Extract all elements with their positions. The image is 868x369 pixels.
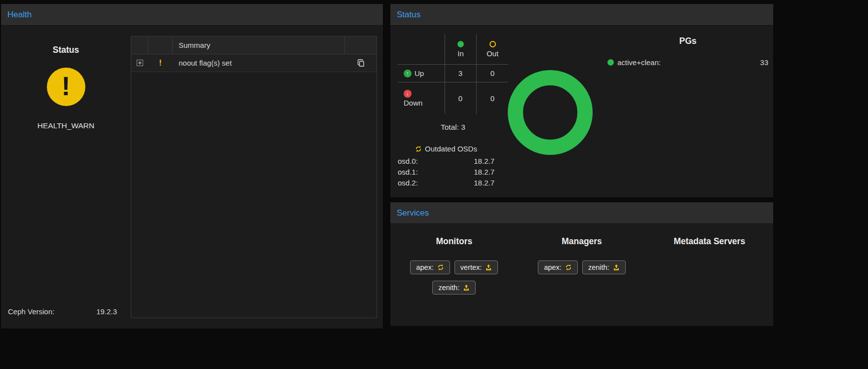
outdated-osds-section: Outdated OSDs osd.0: 18.2.7 osd.1: 18.2.… [398,145,494,188]
outdated-osd-row: osd.2: 18.2.7 [398,178,494,188]
monitor-apex-button[interactable]: apex: [410,260,450,274]
row-expand-cell[interactable] [131,54,148,72]
monitors-button-row: zenith: [432,281,476,295]
ceph-version-label: Ceph Version: [8,307,54,316]
osd-version: 18.2.7 [474,167,494,178]
outdated-osds-rows: osd.0: 18.2.7 osd.1: 18.2.7 osd.2: 18.2.… [398,156,494,188]
metadata-servers-heading: Metadata Servers [645,236,773,247]
services-panel: Services Monitors apex: [390,202,774,327]
health-panel: Health Status HEALTH_WARN Ceph Version: … [0,3,383,329]
osd-down-in-value: 0 [445,82,477,114]
managers-heading: Managers [518,236,646,247]
services-column-managers: Managers apex: [518,224,646,326]
osd-grid-up-header: ↑ Up [398,65,445,82]
managers-buttons: apex: zenith: [518,260,646,274]
services-column-monitors: Monitors apex: [390,224,518,326]
osd-version: 18.2.7 [474,156,494,167]
down-arrow-icon: ↓ [404,90,412,98]
services-panel-title: Services [390,202,773,224]
outdated-osd-row: osd.1: 18.2.7 [398,167,494,178]
services-panel-body: Monitors apex: [390,224,773,326]
pgs-title: PGs [607,36,768,46]
upload-icon [463,284,470,291]
osd-name: osd.2: [398,178,418,188]
health-panel-body: Status HEALTH_WARN Ceph Version: 19.2.3 … [1,26,383,329]
out-header-label: Out [487,49,498,58]
osd-up-in-value: 3 [445,65,477,82]
summary-header-label[interactable]: Summary [173,37,345,54]
health-state-text: HEALTH_WARN [1,121,131,130]
refresh-icon [437,264,444,271]
osd-in-out-grid: In Out ↑ Up 3 0 ↓ Down 0 0 [398,34,508,114]
outdated-osd-row: osd.0: 18.2.7 [398,156,494,167]
summary-header-action-column [345,37,377,54]
manager-apex-button[interactable]: apex: [538,260,577,274]
upload-icon [485,264,492,271]
monitors-button-row: apex: vertex: [410,260,498,274]
up-header-label: Up [415,69,424,77]
ceph-dashboard: Health Status HEALTH_WARN Ceph Version: … [0,0,868,369]
pgs-legend-value: 33 [760,58,768,67]
active-clean-dot-icon [607,59,614,66]
health-panel-title: Health [1,4,383,26]
copy-icon[interactable] [357,59,365,67]
outdated-osds-title-row: Outdated OSDs [398,145,494,153]
pgs-legend-label: active+clean: [617,58,661,67]
service-name: zenith: [438,284,459,292]
monitor-zenith-button[interactable]: zenith: [432,281,476,295]
health-summary-table: Summary ! noout flag(s) set [131,36,377,318]
status-panel-title: Status [390,4,773,26]
row-severity-cell: ! [148,54,173,72]
summary-row-text: noout flag(s) set [173,54,345,72]
pgs-section: PGs active+clean: 33 [607,36,768,67]
services-columns: Monitors apex: [390,224,773,326]
osd-up-out-value: 0 [477,65,508,82]
manager-zenith-button[interactable]: zenith: [582,260,626,274]
ceph-version-value: 19.2.3 [96,307,117,316]
in-header-label: In [457,49,464,58]
status-panel-body: In Out ↑ Up 3 0 ↓ Down 0 0 T [390,26,773,197]
refresh-icon [415,146,422,152]
osd-grid-out-header: Out [477,34,508,65]
service-name: apex: [544,263,561,271]
service-name: zenith: [588,263,609,271]
managers-button-row: apex: zenith: [538,260,625,274]
osd-total: Total: 3 [398,123,508,132]
services-column-metadata-servers: Metadata Servers [645,224,773,326]
osd-down-out-value: 0 [477,82,508,114]
osd-grid-in-header: In [445,34,477,65]
summary-table-header: Summary [131,37,377,54]
row-copy-cell[interactable] [345,54,377,72]
monitor-vertex-button[interactable]: vertex: [454,260,498,274]
refresh-icon [565,264,572,271]
pgs-donut-chart [508,70,593,155]
up-arrow-icon: ↑ [404,70,412,77]
monitors-heading: Monitors [390,236,518,247]
out-dot-icon [490,41,496,47]
osd-grid-down-header: ↓ Down [398,82,445,114]
outdated-osds-title: Outdated OSDs [425,145,477,153]
upload-icon [613,264,620,271]
monitors-buttons: apex: vertex: [390,260,518,295]
in-dot-icon [457,41,464,47]
summary-header-severity-column [148,37,173,54]
service-name: vertex: [460,263,482,271]
summary-table-row[interactable]: ! noout flag(s) set [131,54,377,72]
service-name: apex: [416,263,433,271]
warning-exclamation-icon: ! [159,59,161,68]
summary-header-expand-column [131,37,148,54]
health-warning-icon [47,68,85,106]
health-status-column: Status HEALTH_WARN Ceph Version: 19.2.3 [1,26,131,329]
down-header-label: Down [404,99,422,107]
health-status-heading: Status [1,45,131,55]
ceph-version-row: Ceph Version: 19.2.3 [8,307,117,316]
osd-grid-corner [398,34,445,65]
status-panel: Status In Out ↑ Up 3 0 ↓ [390,3,774,198]
osd-version: 18.2.7 [474,178,494,188]
osd-name: osd.0: [398,156,418,167]
osd-name: osd.1: [398,167,418,178]
expand-plus-icon[interactable] [137,60,143,66]
pgs-legend-row: active+clean: 33 [607,58,768,67]
